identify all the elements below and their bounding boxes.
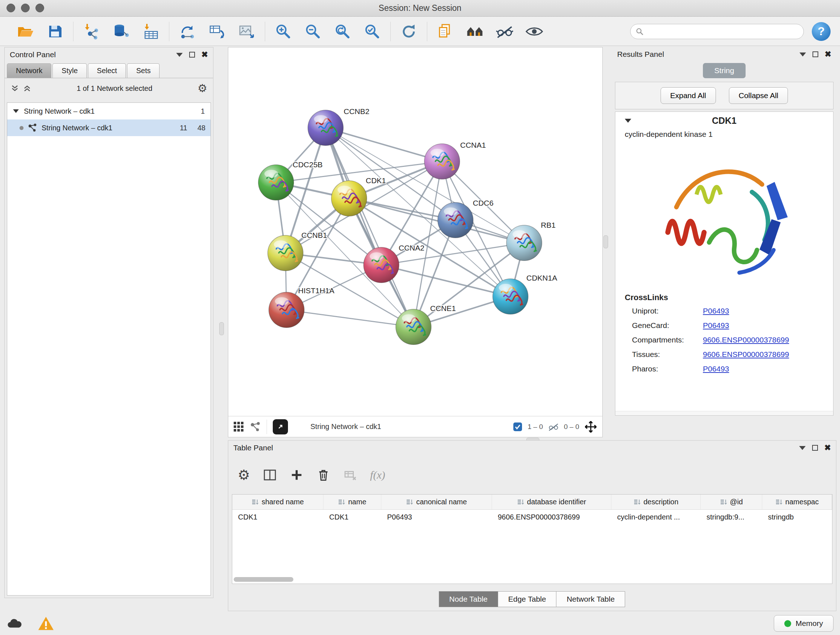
crosslink-link[interactable]: P06493 (703, 364, 729, 373)
network-edge-CDK1-RB1[interactable] (349, 198, 524, 243)
delete-column-icon[interactable] (317, 468, 330, 482)
zoom-out-button[interactable] (303, 22, 322, 41)
horizontal-scrollbar[interactable] (234, 577, 831, 582)
grid-view-icon[interactable] (233, 421, 244, 432)
collapse-all-tree-icon[interactable] (23, 84, 32, 93)
table-row[interactable]: CDK1 CDK1 P06493 9606.ENSP00000378699 cy… (232, 510, 832, 525)
zoom-in-button[interactable] (274, 22, 293, 41)
gear-icon[interactable]: ⚙ (197, 83, 207, 94)
warning-icon[interactable] (38, 615, 54, 632)
hide-selected-button[interactable] (495, 22, 514, 41)
table-cell[interactable]: cyclin-dependent ... (611, 510, 701, 525)
crosslink-link[interactable]: P06493 (703, 307, 729, 315)
tab-edge-table[interactable]: Edge Table (498, 591, 557, 607)
apply-layout-button[interactable] (399, 22, 418, 41)
network-node-CDC6[interactable]: CDC6 (438, 199, 493, 238)
network-view-icon[interactable] (250, 421, 261, 432)
expand-all-button[interactable]: Expand All (660, 87, 716, 104)
table-cell[interactable]: stringdb (762, 510, 832, 525)
network-row-selected[interactable]: String Network – cdk1 11 48 (7, 119, 210, 136)
expand-all-tree-icon[interactable] (11, 84, 19, 93)
cloud-icon[interactable] (6, 615, 23, 632)
panel-collapse-icon[interactable] (176, 53, 183, 57)
column-header[interactable]: description (611, 494, 701, 509)
function-builder-button[interactable]: f(x) (370, 469, 385, 481)
network-node-CDK1[interactable]: CDK1 (332, 176, 386, 216)
table-cell[interactable]: CDK1 (324, 510, 381, 525)
detach-view-button[interactable] (273, 419, 288, 434)
import-network-file-button[interactable] (82, 22, 101, 41)
panel-collapse-icon[interactable] (799, 52, 806, 57)
panel-collapse-icon[interactable] (799, 446, 806, 450)
first-neighbors-button[interactable] (466, 22, 485, 41)
panel-close-icon[interactable]: ✖ (202, 51, 208, 59)
save-session-button[interactable] (46, 22, 65, 41)
tab-string[interactable]: String (703, 63, 745, 78)
import-network-database-button[interactable] (112, 22, 131, 41)
network-node-HIST1H1A[interactable]: HIST1H1A (269, 287, 334, 328)
import-table-button[interactable] (141, 22, 160, 41)
add-column-icon[interactable] (290, 468, 303, 482)
network-edge-CCNB2-CCNA1[interactable] (325, 128, 442, 162)
network-edge-CCNB2-CCNE1[interactable] (325, 128, 414, 327)
splitter-handle[interactable] (219, 322, 224, 335)
column-header[interactable]: @id (701, 494, 762, 509)
table-cell[interactable]: stringdb:9... (701, 510, 762, 525)
column-header[interactable]: database identifier (492, 494, 611, 509)
panel-float-icon[interactable] (812, 445, 818, 451)
column-header[interactable]: shared name (232, 494, 324, 509)
network-node-RB1[interactable]: RB1 (507, 221, 556, 261)
new-network-button[interactable] (178, 22, 197, 41)
network-edge-HIST1H1A-CCNE1[interactable] (286, 310, 414, 327)
tab-network-table[interactable]: Network Table (556, 591, 625, 607)
panel-float-icon[interactable] (813, 51, 818, 57)
clone-network-button[interactable] (208, 22, 226, 41)
show-all-button[interactable] (525, 22, 544, 41)
gene-section-header[interactable]: CDK1 (615, 112, 833, 129)
zoom-selected-button[interactable] (363, 22, 382, 41)
tab-style[interactable]: Style (52, 63, 87, 78)
crosslink-link[interactable]: 9606.ENSP00000378699 (703, 350, 789, 359)
collapse-all-button[interactable]: Collapse All (729, 87, 788, 104)
scrollbar-thumb[interactable] (234, 577, 294, 582)
column-header[interactable]: namespac (762, 494, 832, 509)
table-settings-gear-icon[interactable]: ⚙ (238, 468, 250, 482)
column-header[interactable]: canonical name (381, 494, 492, 509)
tab-node-table[interactable]: Node Table (439, 591, 498, 607)
zoom-window-button[interactable] (35, 4, 44, 12)
network-view[interactable]: CCNB2CCNA1CDC25BCDK1CDC6RB1CCNB1CCNA2CDK… (228, 47, 603, 437)
panel-float-icon[interactable] (189, 52, 195, 57)
tab-select[interactable]: Select (88, 63, 126, 78)
copy-document-button[interactable] (436, 22, 455, 41)
table-cell[interactable]: CDK1 (232, 510, 324, 525)
panel-close-icon[interactable]: ✖ (824, 444, 831, 452)
pan-crosshair-icon[interactable] (584, 420, 597, 433)
network-canvas[interactable]: CCNB2CCNA1CDC25BCDK1CDC6RB1CCNB1CCNA2CDK… (228, 48, 602, 415)
splitter-handle[interactable] (603, 235, 608, 249)
tab-sets[interactable]: Sets (127, 63, 159, 78)
selected-checkbox-icon[interactable] (513, 422, 523, 432)
column-header[interactable]: name (324, 494, 381, 509)
crosslink-link[interactable]: P06493 (703, 321, 729, 330)
hidden-glasses-icon[interactable] (548, 422, 559, 432)
network-node-CCNA1[interactable]: CCNA1 (424, 141, 486, 179)
zoom-fit-button[interactable] (333, 22, 352, 41)
disclosure-triangle-icon[interactable] (625, 119, 631, 123)
close-window-button[interactable] (6, 4, 15, 12)
network-node-CCNB1[interactable]: CCNB1 (268, 231, 327, 271)
network-collection-row[interactable]: String Network – cdk1 1 (7, 103, 210, 119)
network-node-CCNA2[interactable]: CCNA2 (363, 244, 424, 283)
results-scrollbar[interactable] (615, 411, 833, 415)
panel-close-icon[interactable]: ✖ (825, 50, 831, 58)
help-button[interactable]: ? (812, 22, 831, 41)
minimize-window-button[interactable] (21, 4, 30, 12)
search-input[interactable] (646, 27, 798, 35)
crosslink-link[interactable]: 9606.ENSP00000378699 (703, 336, 789, 344)
network-node-CCNB2[interactable]: CCNB2 (308, 107, 369, 146)
memory-button[interactable]: Memory (774, 615, 834, 632)
export-image-button[interactable] (237, 22, 256, 41)
import-table-disabled-icon[interactable] (343, 468, 357, 482)
show-columns-icon[interactable] (263, 468, 277, 482)
table-cell[interactable]: 9606.ENSP00000378699 (492, 510, 611, 525)
tab-network[interactable]: Network (7, 63, 51, 78)
